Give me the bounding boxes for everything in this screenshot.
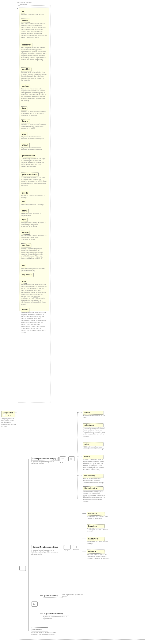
attr-whyuri: whyuri [21, 143, 30, 147]
pd-od-choice [31, 602, 38, 606]
attr-role: role [21, 280, 27, 284]
conn-seq-v [28, 459, 29, 631]
cdg-h-note [77, 444, 82, 444]
crg-h-sameAs [82, 513, 86, 514]
attr-any ##other: any ##other [21, 273, 34, 277]
attr-role-desc: A refinement of the semantics of the pro… [21, 284, 47, 305]
cdg-definition-desc: A natural language definition of the sem… [83, 427, 106, 437]
attr-type: type [21, 218, 27, 222]
attr-howuri: howuri [21, 119, 30, 123]
attr-typeuri: typeuri [21, 230, 30, 234]
crg-related-desc: A related concept, where the relationshi… [87, 553, 110, 559]
attr-pubconstraint-desc: One or many constraints that apply to pu… [21, 158, 47, 168]
attr-custom-desc: If set to true the corresponding propert… [21, 88, 47, 102]
cdg-h-remoteInfo [77, 476, 82, 476]
attr-creator-desc: If the property value is not defined, sp… [21, 22, 47, 38]
crg-broader-desc: An identifier of a more generic concept. [87, 528, 110, 532]
attr-dir-desc: The directionality of textual content (e… [21, 268, 47, 272]
cdg-remoteInfo-desc: A link to an item or a web resource whic… [83, 478, 106, 484]
od-name: organisationDetails [44, 613, 62, 615]
personDetails-box: personDetails⊕ [43, 594, 63, 598]
attr-howuri-desc: Indicates by which means the value was e… [21, 123, 47, 129]
attr-xml:lang-desc: Specifies the language of this property … [21, 247, 47, 259]
crg-name: ConceptRelationshipsGroup [33, 546, 58, 548]
cdg-note: note⊕ [83, 442, 103, 446]
cdg-choice [68, 456, 75, 462]
attr-dir: dir [21, 264, 26, 268]
cdg-choice-v [77, 412, 78, 498]
crg-seq-h2 [70, 547, 73, 547]
root-assignedTo: assignedTo− [1, 411, 15, 417]
crg-desc: A group of properties required to indica… [31, 549, 59, 555]
cdg-name: name⊕ [83, 411, 103, 415]
conn-choice-h [28, 604, 31, 604]
cdg-facet: facet⊕ [83, 455, 103, 459]
crg-broader: broader⊕ [87, 524, 105, 528]
crg-narrower: narrower⊕ [87, 537, 105, 541]
collapse-toggle[interactable]: − [3, 414, 5, 416]
cdg-definition: definition⊕ [83, 423, 103, 427]
root-name: assignedTo [3, 412, 13, 414]
cdg-remoteInfo: remoteInfo⊕ [83, 474, 103, 478]
cdg-h-facet [77, 456, 82, 457]
cdg-hierarchyInfo: hierarchyInfo⊕ [83, 486, 103, 490]
attr-creatoruri-desc: If the property value is not defined, sp… [21, 47, 47, 60]
conn-main-v [17, 8, 17, 635]
attributes-label: attributes [20, 4, 27, 6]
attr-roleuri-desc: A refinement of the semantics of the pro… [21, 312, 47, 333]
crg-toggle[interactable]: − [59, 546, 61, 548]
crg-sameAs-desc: An identifier of a concept with equivale… [87, 516, 110, 520]
attr-modified-desc: The date (and, optionally, the time) whe… [21, 71, 47, 81]
attr-uri-desc: A URI which identifies a concept. [21, 204, 47, 206]
attr-pubconstrainturi: pubconstrainturi [21, 172, 39, 176]
attr-literal-desc: A free-text value assigned as property v… [21, 213, 47, 217]
conn-crg-h [28, 547, 31, 547]
cdg-name-desc: A natural language name for the concept. [83, 414, 106, 418]
attr-pubconstrainturi-desc: One or many constraints that apply to pu… [21, 176, 47, 186]
attr-type-desc: The type of the concept assigned as cont… [21, 222, 47, 228]
conn-seq-h2 [26, 568, 28, 568]
cdg-occ: 0..∞ [60, 462, 63, 463]
cdg-hierarchyInfo-desc: Represents the position of a concept in … [83, 490, 106, 502]
attr-creatoruri: creatoruri [21, 43, 32, 47]
root-desc: The party which is assigned to cover the… [1, 418, 16, 428]
crg-choice-h [79, 547, 82, 547]
crg-h-broader [82, 526, 86, 526]
attr-why: why [21, 132, 27, 136]
attr-modified: modified [21, 67, 31, 71]
type-label: Flex1PartyPropType [17, 1, 32, 3]
choice-out-h [38, 604, 40, 604]
attr-literal: literal [21, 209, 29, 213]
ConceptRelationshipsGroup-box: ConceptRelationshipsGroup− [31, 545, 63, 549]
root-occ: 0..∞ [9, 415, 11, 416]
attr-id: id [21, 10, 25, 14]
organisationDetails-box: organisationDetails⊕ [43, 612, 69, 616]
attr-why-desc: Why the metadata has been included - exp… [21, 136, 47, 140]
attr-whyuri-desc: Why the metadata has been included - exp… [21, 147, 47, 151]
attr-xml:lang: xml:lang [21, 244, 31, 248]
choice-v [40, 596, 40, 614]
crg-choice [73, 545, 79, 550]
crg-seq [64, 545, 70, 550]
any-bottom-desc: Extension point for provider-defined pro… [31, 632, 57, 635]
attr-qcode-desc: A qualified code which identifies a conc… [21, 195, 47, 199]
crg-narrower-desc: An identifier of a more specific concept… [87, 541, 110, 545]
any-bottom-h [28, 629, 31, 629]
attr-creator: creator [21, 18, 30, 22]
attr-roleuri: roleuri [21, 308, 29, 312]
attr-qcode: qcode [21, 191, 29, 195]
cdg-h-hierarchyInfo [77, 488, 82, 488]
crg-related: related⊕ [87, 550, 105, 554]
cdg-h-name [77, 412, 82, 412]
cdg-name: ConceptDefinitionGroup [33, 458, 55, 460]
attr-how-desc: Indicates by which means the value was e… [21, 110, 47, 116]
attr-how: how [21, 106, 27, 110]
cdg-note-desc: Additional natural language information … [83, 446, 106, 450]
attr-uri: uri [21, 200, 26, 204]
cdg-seq [59, 456, 66, 462]
any-bottom-name: any ##other [33, 628, 43, 630]
crg-occ: 0..∞ [65, 550, 68, 552]
pd-name: personDetails [44, 594, 57, 597]
attr-custom: custom [21, 84, 30, 88]
crg-h-narrower [82, 538, 86, 539]
